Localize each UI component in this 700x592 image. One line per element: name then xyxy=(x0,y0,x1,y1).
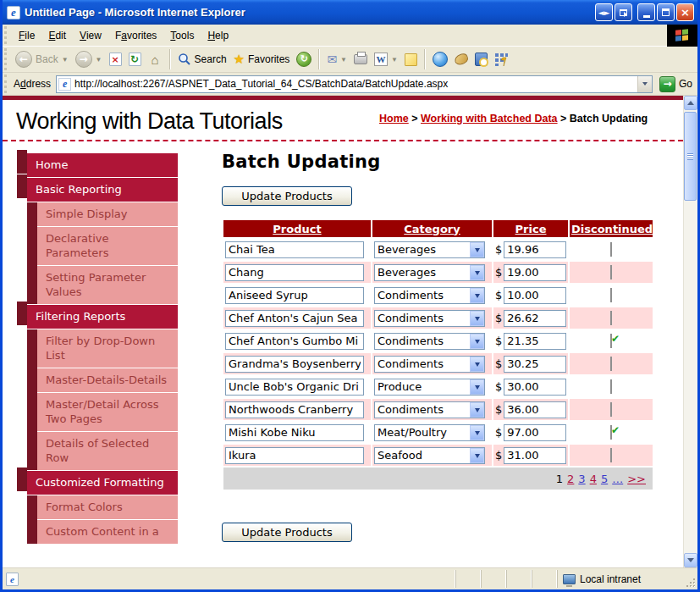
discontinued-checkbox[interactable] xyxy=(610,402,612,417)
select-dropdown-icon[interactable] xyxy=(470,334,484,349)
category-select[interactable]: Condiments xyxy=(374,401,485,418)
sidebar-section-filtering-reports[interactable]: Filtering Reports xyxy=(17,305,178,329)
menu-item-tools[interactable]: Tools xyxy=(163,26,201,45)
mail-dropdown-icon[interactable]: ▼ xyxy=(340,56,347,64)
discuss-button[interactable] xyxy=(401,52,421,68)
back-button[interactable]: ← Back ▼ xyxy=(12,49,72,69)
sort-product-link[interactable]: Product xyxy=(273,223,321,235)
sidebar-section-customized-formatting[interactable]: Customized Formatting xyxy=(17,471,178,495)
product-input[interactable] xyxy=(225,264,364,281)
discontinued-checkbox[interactable] xyxy=(610,311,612,325)
menu-item-favorites[interactable]: Favorites xyxy=(108,26,163,45)
extra-tool-button[interactable] xyxy=(451,53,471,66)
price-input[interactable] xyxy=(504,447,566,464)
product-input[interactable] xyxy=(225,379,364,396)
pager-link-[interactable]: >> xyxy=(627,473,646,485)
sidebar-item-master-details-details[interactable]: Master-Details-Details xyxy=(37,368,178,392)
sidebar-section-basic-reporting[interactable]: Basic Reporting xyxy=(17,178,178,202)
menu-item-file[interactable]: File xyxy=(12,26,41,45)
select-dropdown-icon[interactable] xyxy=(470,425,484,440)
resize-grip[interactable] xyxy=(684,576,697,589)
product-input[interactable] xyxy=(225,447,364,464)
price-input[interactable] xyxy=(504,310,566,327)
discontinued-checkbox[interactable] xyxy=(610,288,612,302)
menu-item-view[interactable]: View xyxy=(73,26,108,45)
category-select[interactable]: Produce xyxy=(374,379,485,396)
scrollbar-thumb[interactable] xyxy=(684,112,697,201)
sidebar-item-declarative-parameters[interactable]: Declarative Parameters xyxy=(37,227,178,265)
pager-link-[interactable]: … xyxy=(612,473,623,485)
select-dropdown-icon[interactable] xyxy=(470,448,484,463)
price-input[interactable] xyxy=(504,333,566,350)
menu-item-help[interactable]: Help xyxy=(201,26,235,45)
price-input[interactable] xyxy=(504,356,566,373)
discontinued-checkbox[interactable] xyxy=(610,242,612,257)
category-select[interactable]: Beverages xyxy=(374,241,485,258)
category-select[interactable]: Meat/Poultry xyxy=(374,424,485,441)
pane-toggle-button[interactable]: ◄► xyxy=(595,3,613,21)
pager-link-5[interactable]: 5 xyxy=(601,473,608,485)
pager-link-2[interactable]: 2 xyxy=(567,473,574,485)
scrollbar-track[interactable] xyxy=(684,110,697,553)
sort-discontinued-link[interactable]: Discontinued xyxy=(571,223,653,235)
messenger-button[interactable] xyxy=(429,50,451,69)
edit-word-button[interactable]: W ▼ xyxy=(371,51,401,68)
mail-button[interactable]: ✉ ▼ xyxy=(323,51,350,68)
price-input[interactable] xyxy=(504,264,566,281)
pager-link-4[interactable]: 4 xyxy=(590,473,597,485)
close-button[interactable]: × xyxy=(676,3,694,21)
category-select[interactable]: Seafood xyxy=(374,447,485,464)
select-dropdown-icon[interactable] xyxy=(470,265,484,280)
sidebar-item-filter-by-drop-down-list[interactable]: Filter by Drop-Down List xyxy=(37,329,178,368)
print-button[interactable] xyxy=(350,53,371,66)
breadcrumb-link[interactable]: Home xyxy=(379,113,409,124)
sidebar-item-master-detail-across-two-pages[interactable]: Master/Detail Across Two Pages xyxy=(37,393,178,431)
price-input[interactable] xyxy=(504,287,566,304)
select-dropdown-icon[interactable] xyxy=(470,402,484,418)
sidebar-section-home[interactable]: Home xyxy=(17,153,178,177)
sidebar-item-details-of-selected-row[interactable]: Details of Selected Row xyxy=(37,432,178,470)
go-button[interactable]: → Go xyxy=(653,76,697,92)
select-dropdown-icon[interactable] xyxy=(470,242,484,257)
search-button[interactable]: Search xyxy=(174,51,230,68)
sidebar-item-setting-parameter-values[interactable]: Setting Parameter Values xyxy=(37,266,178,304)
product-input[interactable] xyxy=(225,310,364,327)
new-window-button[interactable] xyxy=(615,3,632,21)
product-input[interactable] xyxy=(225,424,364,441)
discontinued-checkbox[interactable] xyxy=(610,265,612,279)
maximize-button[interactable] xyxy=(657,3,675,21)
select-dropdown-icon[interactable] xyxy=(470,357,484,372)
scroll-down-button[interactable] xyxy=(684,553,697,567)
discontinued-checkbox[interactable] xyxy=(610,334,612,348)
discontinued-checkbox[interactable] xyxy=(610,425,612,440)
category-select[interactable]: Condiments xyxy=(374,333,485,350)
category-select[interactable]: Beverages xyxy=(374,264,485,281)
messenger-grid-button[interactable] xyxy=(491,51,511,68)
scroll-up-button[interactable] xyxy=(684,96,697,110)
sidebar-item-format-colors[interactable]: Format Colors xyxy=(37,495,178,519)
price-input[interactable] xyxy=(504,424,566,441)
pager-link-3[interactable]: 3 xyxy=(578,473,585,485)
discontinued-checkbox[interactable] xyxy=(610,357,612,371)
sidebar-item-custom-content-in-a[interactable]: Custom Content in a xyxy=(37,520,178,544)
address-dropdown-button[interactable] xyxy=(637,76,652,92)
category-select[interactable]: Condiments xyxy=(374,310,485,327)
product-input[interactable] xyxy=(225,401,364,418)
menu-item-edit[interactable]: Edit xyxy=(41,26,73,45)
update-products-button-top[interactable]: Update Products xyxy=(222,186,352,206)
address-input[interactable] xyxy=(74,78,637,90)
price-input[interactable] xyxy=(504,379,566,396)
select-dropdown-icon[interactable] xyxy=(470,311,484,326)
forward-dropdown-icon[interactable]: ▼ xyxy=(96,56,102,64)
product-input[interactable] xyxy=(225,356,364,373)
minimize-button[interactable] xyxy=(637,3,655,21)
refresh-button[interactable]: ↻ xyxy=(125,51,145,68)
select-dropdown-icon[interactable] xyxy=(470,379,484,395)
sort-price-link[interactable]: Price xyxy=(515,223,547,235)
category-select[interactable]: Condiments xyxy=(374,287,485,304)
vertical-scrollbar[interactable] xyxy=(683,96,697,567)
discontinued-checkbox[interactable] xyxy=(610,448,612,462)
back-dropdown-icon[interactable]: ▼ xyxy=(62,56,69,64)
update-products-button-bottom[interactable]: Update Products xyxy=(222,523,352,542)
history-button[interactable]: ↻ xyxy=(293,50,315,69)
